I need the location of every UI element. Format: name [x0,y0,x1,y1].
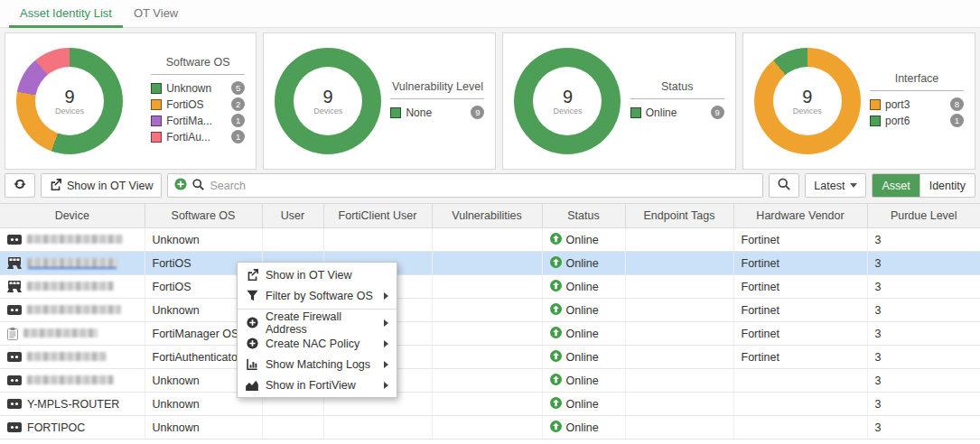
column-header-purdue-level[interactable]: Purdue Level [867,204,980,228]
forticlient-user-cell[interactable] [323,228,432,252]
user-cell[interactable] [262,228,323,252]
legend-item[interactable]: FortiAu... 1 [151,130,245,143]
vulnerabilities-cell[interactable] [432,393,542,416]
endpoint-tags-cell[interactable] [625,346,733,369]
search-button[interactable] [769,173,799,198]
legend-item[interactable]: FortiOS 2 [151,97,245,111]
hardware-vendor-cell[interactable]: Fortinet [733,228,867,252]
hardware-vendor-cell[interactable] [733,416,867,439]
latest-dropdown[interactable]: Latest [805,173,866,198]
menu-item-filter-by-software-os[interactable]: Filter by Software OS [238,285,397,306]
menu-item-create-firewall-address[interactable]: Create Firewall Address [238,312,397,333]
hardware-vendor-cell[interactable]: Fortinet [733,322,867,346]
device-name[interactable] [27,257,117,270]
device-name[interactable] [27,351,107,364]
forticlient-user-cell[interactable] [323,416,432,439]
tab-ot-view[interactable]: OT View [123,0,189,28]
endpoint-tags-cell[interactable] [625,393,733,416]
hardware-vendor-cell[interactable]: Fortinet [733,299,867,322]
menu-item-show-in-ot-view[interactable]: Show in OT View [238,264,397,285]
purdue-level-cell[interactable]: 3 [867,275,980,299]
status-cell[interactable]: Online [550,397,618,412]
legend-item[interactable]: port3 8 [870,97,964,111]
device-name[interactable]: Y-MPLS-ROUTER [27,398,119,411]
column-header-device[interactable]: Device [0,204,145,228]
device-name[interactable]: FORTIPOC [27,421,85,434]
search-bar[interactable] [167,173,763,198]
status-cell[interactable]: Online [550,327,618,341]
legend-item[interactable]: port6 1 [870,114,964,127]
status-cell[interactable]: Online [550,303,618,318]
status-cell[interactable]: Online [550,256,618,271]
vulnerabilities-cell[interactable] [432,322,542,346]
purdue-level-cell[interactable]: 3 [867,346,980,369]
endpoint-tags-cell[interactable] [625,252,733,275]
status-cell[interactable]: Online [550,350,618,365]
software-os-cell[interactable]: Unknown [145,416,262,439]
table-row[interactable]: Y-MPLS-ROUTER Unknown Online 3 [0,393,980,416]
vulnerabilities-cell[interactable] [432,416,542,439]
purdue-level-cell[interactable]: 3 [867,322,980,346]
column-header-user[interactable]: User [262,204,323,228]
status-cell[interactable]: Online [550,280,618,294]
add-filter-icon[interactable] [174,178,187,193]
status-cell[interactable]: Online [550,374,618,388]
purdue-level-cell[interactable]: 3 [867,228,980,252]
legend-item[interactable]: Unknown 5 [151,81,245,95]
endpoint-tags-cell[interactable] [625,275,733,299]
purdue-level-cell[interactable]: 3 [867,416,980,439]
hardware-vendor-cell[interactable]: Fortinet [733,252,867,275]
table-row[interactable]: FortiOS Online Fortinet 3 [0,275,980,299]
status-cell[interactable]: Online [550,421,618,435]
device-name[interactable] [23,328,98,340]
column-header-forticlient-user[interactable]: FortiClient User [323,204,432,228]
show-in-ot-view-button[interactable]: Show in OT View [41,173,162,198]
refresh-button[interactable] [5,173,35,198]
hardware-vendor-cell[interactable] [733,369,867,393]
device-name[interactable] [27,304,121,317]
toggle-identity[interactable]: Identity [919,174,975,197]
legend-item[interactable]: FortiMa... 1 [151,114,245,127]
tab-asset-identity-list[interactable]: Asset Identity List [9,0,123,28]
table-row[interactable]: FortiAuthenticato Online Fortinet 3 [0,346,980,369]
endpoint-tags-cell[interactable] [625,228,733,252]
user-cell[interactable] [262,416,323,439]
hardware-vendor-cell[interactable]: Fortinet [733,346,867,369]
column-header-software-os[interactable]: Software OS [145,204,262,228]
toggle-asset[interactable]: Asset [873,174,919,197]
table-row[interactable]: Unknown Online 3 [0,369,980,393]
column-header-vulnerabilities[interactable]: Vulnerabilities [432,204,542,228]
software-os-cell[interactable]: Unknown [145,228,262,252]
table-row[interactable]: Unknown Online Fortinet 3 [0,228,980,252]
vulnerabilities-cell[interactable] [432,299,542,322]
vulnerabilities-cell[interactable] [432,275,542,299]
purdue-level-cell[interactable]: 3 [867,299,980,322]
hardware-vendor-cell[interactable]: Fortinet [733,275,867,299]
hardware-vendor-cell[interactable] [733,393,867,416]
table-row[interactable]: FORTIPOC Unknown Online 3 [0,416,980,439]
status-cell[interactable]: Online [550,233,618,247]
purdue-level-cell[interactable]: 3 [867,369,980,393]
vulnerabilities-cell[interactable] [432,346,542,369]
legend-item[interactable]: None 9 [390,106,484,119]
vulnerabilities-cell[interactable] [432,228,542,252]
device-name[interactable] [27,375,114,387]
purdue-level-cell[interactable]: 3 [867,252,980,275]
menu-item-show-matching-logs[interactable]: Show Matching Logs [238,354,397,375]
endpoint-tags-cell[interactable] [625,416,733,439]
table-row[interactable]: FortiOS Online Fortinet 3 [0,252,980,275]
vulnerabilities-cell[interactable] [432,252,542,275]
menu-item-show-in-fortiview[interactable]: Show in FortiView [238,375,397,395]
table-row[interactable]: FortiManager OS Online Fortinet 3 [0,322,980,346]
column-header-endpoint-tags[interactable]: Endpoint Tags [625,204,733,228]
legend-item[interactable]: Online 9 [630,106,724,119]
endpoint-tags-cell[interactable] [625,369,733,393]
search-input[interactable] [210,180,756,192]
column-header-status[interactable]: Status [542,204,625,228]
vulnerabilities-cell[interactable] [432,369,542,393]
endpoint-tags-cell[interactable] [625,322,733,346]
purdue-level-cell[interactable]: 3 [867,393,980,416]
endpoint-tags-cell[interactable] [625,299,733,322]
column-header-hardware-vendor[interactable]: Hardware Vendor [733,204,867,228]
device-name[interactable] [27,281,114,293]
